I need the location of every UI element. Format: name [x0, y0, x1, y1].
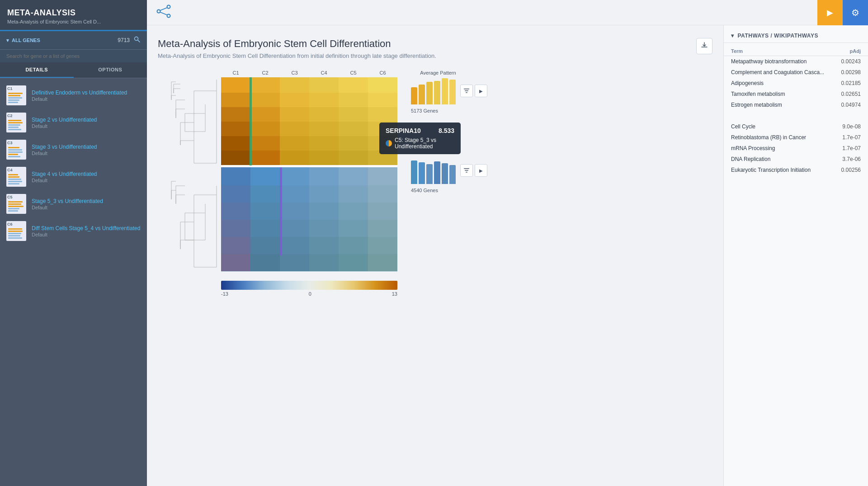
- pathway-padj: 1.7e-07: [830, 132, 868, 143]
- chevron-down-icon: ▾: [731, 33, 734, 39]
- avg-pattern-label: Average Pattern: [415, 70, 461, 75]
- pathway-padj: 1.7e-07: [830, 143, 868, 154]
- avg-bar: [434, 161, 440, 184]
- pathways-header[interactable]: ▾ PATHWAYS / WIKIPATHWAYS: [724, 33, 868, 43]
- list-item[interactable]: C1 Definitive Endoderm vs Undifferentiat…: [0, 82, 147, 109]
- list-item[interactable]: C6 Diff Stem Cells Stage 5_4 vs Undiffer…: [0, 217, 147, 245]
- pathway-row[interactable]: Cell Cycle9.0e-08: [724, 121, 868, 132]
- avg-bar: [449, 165, 456, 184]
- sidebar: META-ANALYSIS Meta-Analysis of Embryonic…: [0, 0, 147, 486]
- upper-control-filter-button[interactable]: [460, 85, 473, 97]
- app-title: META-ANALYSIS: [7, 8, 140, 18]
- item-name[interactable]: Stage 3 vs Undifferentiated: [32, 143, 97, 151]
- main-area: ▶ ⚙ Meta-Analysis of Embryonic Stem Cell…: [147, 0, 868, 486]
- item-info: Definitive Endoderm vs Undifferentiated …: [32, 89, 127, 102]
- search-count-area: 9713: [118, 36, 141, 45]
- color-legend: -13 0 13: [221, 281, 397, 297]
- color-scale-labels: -13 0 13: [221, 291, 397, 297]
- sidebar-header: META-ANALYSIS Meta-Analysis of Embryonic…: [0, 0, 147, 31]
- page-title: Meta-Analysis of Embryonic Stem Cell Dif…: [158, 38, 712, 50]
- upper-avg-bars: [411, 77, 456, 104]
- lower-avg-bars: [411, 157, 456, 184]
- item-name[interactable]: Stage 4 vs Undifferentiated: [32, 170, 97, 178]
- avg-patterns-section: ▶ 5173 Genes: [411, 77, 487, 193]
- pathway-term: Adipogenesis: [724, 78, 833, 89]
- pathway-table: Term pAdj Metapathway biotransformation0…: [724, 47, 868, 110]
- avg-bar: [434, 81, 440, 104]
- svg-point-0: [135, 37, 138, 41]
- heatmap-grid: SERPINA10 8.533 C5: Stage 5_3 vs Undiffe…: [221, 77, 397, 272]
- item-tag: Default: [32, 151, 97, 156]
- pathway-row[interactable]: Adipogenesis0.02185: [724, 78, 868, 89]
- item-info: Stage 4 vs Undifferentiated Default: [32, 170, 97, 184]
- pathway-padj: 0.00243: [833, 56, 868, 67]
- settings-button[interactable]: ⚙: [843, 0, 868, 25]
- item-tag: Default: [32, 178, 97, 183]
- svg-point-2: [157, 9, 160, 13]
- page-description: Meta-Analysis of Embryonic Stem Cell Dif…: [158, 52, 712, 59]
- pathway-padj: 0.04974: [833, 99, 868, 110]
- green-highlight-bar: [250, 77, 252, 165]
- search-icon[interactable]: [133, 36, 141, 45]
- pathway-row[interactable]: Retinoblastoma (RB) in Cancer1.7e-07: [724, 132, 868, 143]
- upper-heatmap: [221, 77, 397, 165]
- pathway-row[interactable]: Complement and Coagulation Casca...0.002…: [724, 67, 868, 78]
- pathway-row[interactable]: Tamoxifen metabolism0.02651: [724, 89, 868, 99]
- gear-icon: ⚙: [851, 7, 859, 18]
- list-item[interactable]: C2 Stage 2 vs Undifferentiated Default: [0, 109, 147, 136]
- list-item[interactable]: C5 Stage 5_3 vs Undifferentiated Default: [0, 190, 147, 217]
- pathway-row[interactable]: Eukaryotic Transcription Initiation0.002…: [724, 165, 868, 175]
- lower-control-filter-button[interactable]: [460, 164, 473, 177]
- avg-bar: [426, 82, 433, 104]
- item-thumbnail: C3: [6, 140, 26, 160]
- avg-bar: [426, 164, 433, 184]
- item-info: Diff Stem Cells Stage 5_4 vs Undifferent…: [32, 225, 140, 238]
- item-name[interactable]: Definitive Endoderm vs Undifferentiated: [32, 89, 127, 97]
- svg-rect-26: [464, 168, 469, 169]
- item-tag: Default: [32, 96, 127, 102]
- heatmap-container: C1 C2 C3 C4 C5 C6 Average Pattern: [167, 70, 712, 297]
- pathway-term: Cell Cycle: [724, 121, 830, 132]
- item-name[interactable]: Stage 5_3 vs Undifferentiated: [32, 198, 103, 205]
- sidebar-list: C1 Definitive Endoderm vs Undifferentiat…: [0, 78, 147, 486]
- download-icon: [701, 42, 708, 51]
- tab-options[interactable]: OPTIONS: [74, 62, 147, 78]
- item-tag: Default: [32, 232, 140, 237]
- pathway-row[interactable]: mRNA Processing1.7e-07: [724, 143, 868, 154]
- lower-avg-controls: ▶: [460, 164, 487, 177]
- lower-gene-count: 4540 Genes: [411, 188, 438, 193]
- col-label-c5: C5: [339, 70, 368, 75]
- upper-control-next-button[interactable]: ▶: [475, 85, 487, 97]
- pathway-term: Estrogen metabolism: [724, 99, 833, 110]
- list-item[interactable]: C3 Stage 3 vs Undifferentiated Default: [0, 136, 147, 163]
- pathway-padj: 0.00298: [833, 67, 868, 78]
- item-info: Stage 3 vs Undifferentiated Default: [32, 143, 97, 156]
- tab-details[interactable]: DETAILS: [0, 62, 74, 78]
- download-button[interactable]: [696, 38, 712, 54]
- col-label-c4: C4: [309, 70, 339, 75]
- tree-icon: [156, 4, 172, 21]
- legend-max-label: 13: [392, 291, 397, 297]
- item-info: Stage 5_3 vs Undifferentiated Default: [32, 198, 103, 211]
- pathway-term: DNA Replication: [724, 154, 830, 165]
- svg-line-1: [138, 40, 140, 42]
- item-name[interactable]: Stage 2 vs Undifferentiated: [32, 116, 97, 124]
- avg-bar: [411, 160, 417, 184]
- item-name[interactable]: Diff Stem Cells Stage 5_4 vs Undifferent…: [32, 225, 140, 232]
- play-icon: ▶: [827, 8, 833, 18]
- avg-bar: [419, 162, 425, 184]
- svg-line-6: [160, 12, 167, 15]
- lower-control-next-button[interactable]: ▶: [475, 164, 487, 177]
- app-subtitle: Meta-Analysis of Embryonic Stem Cell D..…: [7, 19, 140, 24]
- legend-min-label: -13: [221, 291, 228, 297]
- pathway-term: Retinoblastoma (RB) in Cancer: [724, 132, 830, 143]
- pathway-row[interactable]: Metapathway biotransformation0.00243: [724, 56, 868, 67]
- svg-point-3: [167, 5, 170, 8]
- pathway-row[interactable]: Estrogen metabolism0.04974: [724, 99, 868, 110]
- search-input[interactable]: [6, 53, 141, 59]
- list-item[interactable]: C4 Stage 4 vs Undifferentiated Default: [0, 163, 147, 190]
- sidebar-search-bar: ▾ ALL GENES 9713: [0, 31, 147, 50]
- pathway-table-2: Cell Cycle9.0e-08Retinoblastoma (RB) in …: [724, 121, 868, 175]
- play-button[interactable]: ▶: [817, 0, 843, 25]
- pathway-row[interactable]: DNA Replication3.7e-06: [724, 154, 868, 165]
